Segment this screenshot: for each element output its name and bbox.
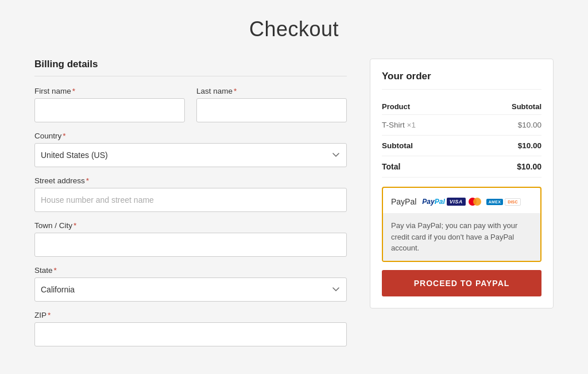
page-title: Checkout [34,17,554,41]
order-card: Your order Product Subtotal T-Shirt ×1 [370,59,554,309]
name-row: First name* Last name* [34,87,347,122]
mastercard-icon [467,196,485,207]
total-value: $10.00 [467,156,541,178]
street-group: Street address* [34,176,347,212]
page-wrapper: Checkout Billing details First name* Las… [0,0,588,374]
order-table: Product Subtotal T-Shirt ×1 $10.00 Sub [382,99,541,178]
total-row: Total $10.00 [382,156,541,178]
zip-label: ZIP* [34,311,347,319]
zip-input[interactable] [34,322,347,346]
checkout-layout: Billing details First name* Last name* [34,59,554,356]
city-label: Town / City* [34,221,347,230]
state-select[interactable]: Alabama Alaska Arizona Arkansas Californ… [34,277,347,302]
table-row: T-Shirt ×1 $10.00 [382,115,541,136]
visa-icon: VISA [447,198,466,206]
subtotal-label: Subtotal [382,136,467,156]
paypal-header: PayPal PayPal VISA [383,188,540,213]
billing-section: Billing details First name* Last name* [34,59,347,356]
subtotal-row: Subtotal $10.00 [382,136,541,156]
discover-icon: DISC [505,198,521,206]
paypal-label: PayPal [391,197,416,206]
state-label: State* [34,266,347,275]
order-table-header: Product Subtotal [382,99,541,115]
billing-section-title: Billing details [34,59,347,76]
city-input[interactable] [34,233,347,257]
product-quantity: ×1 [407,121,416,129]
product-name: T-Shirt ×1 [382,115,467,136]
paypal-option[interactable]: PayPal PayPal VISA [382,187,541,262]
last-name-input[interactable] [196,98,347,122]
country-select[interactable]: United States (US) Canada United Kingdom… [34,143,347,167]
city-group: Town / City* [34,221,347,257]
total-label: Total [382,156,467,178]
zip-group: ZIP* [34,311,347,346]
amex-icon: AMEX [486,199,503,205]
subtotal-value: $10.00 [467,136,541,156]
proceed-to-paypal-button[interactable]: PROCEED TO PAYPAL [382,270,541,296]
first-name-label: First name* [34,87,185,95]
street-input[interactable] [34,188,347,212]
col-subtotal: Subtotal [467,99,541,115]
last-name-group: Last name* [196,87,347,122]
last-name-label: Last name* [196,87,347,95]
order-title: Your order [382,71,541,90]
paypal-logo-icon: PayPal [422,198,444,206]
street-label: Street address* [34,176,347,185]
paypal-icons: PayPal VISA AMEX DI [422,196,520,207]
order-section: Your order Product Subtotal T-Shirt ×1 [370,59,554,309]
product-price: $10.00 [467,115,541,136]
country-label: Country* [34,132,347,140]
state-group: State* Alabama Alaska Arizona Arkansas C… [34,266,347,302]
country-group: Country* United States (US) Canada Unite… [34,132,347,167]
first-name-input[interactable] [34,98,185,122]
col-product: Product [382,99,467,115]
paypal-description: Pay via PayPal; you can pay with your cr… [383,213,540,261]
first-name-group: First name* [34,87,185,122]
